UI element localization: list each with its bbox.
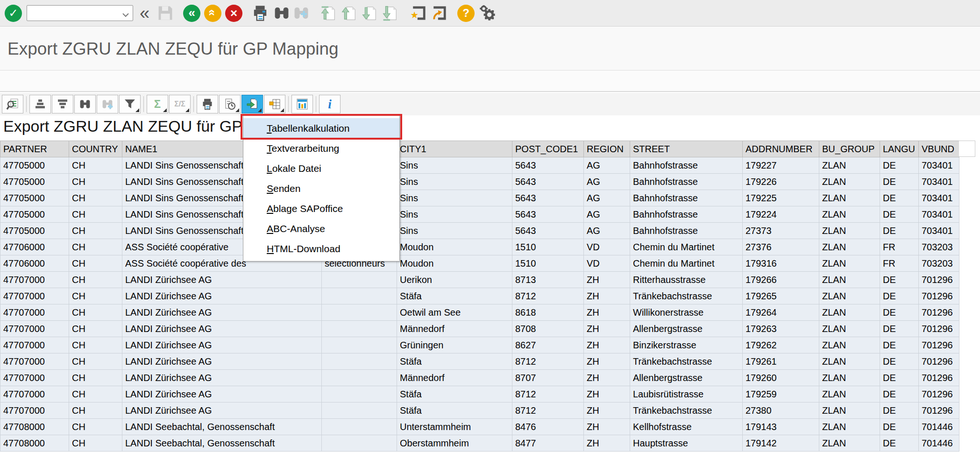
cell[interactable]: ZLAN <box>819 223 880 239</box>
column-header-street[interactable]: STREET <box>630 141 743 157</box>
cell[interactable]: Willikonerstrasse <box>630 304 743 321</box>
cell[interactable]: CH <box>69 288 122 304</box>
cell[interactable]: 47708000 <box>0 435 69 452</box>
cell[interactable]: 8627 <box>512 337 584 353</box>
cell[interactable]: DE <box>880 206 919 223</box>
table-row[interactable]: 47705000CHLANDI Sins GenossenschaftSins5… <box>0 174 959 190</box>
cell[interactable]: Unterstammheim <box>397 419 512 435</box>
details-button[interactable] <box>2 95 23 113</box>
cell[interactable]: FR <box>880 239 919 255</box>
cell[interactable]: 179263 <box>743 321 819 337</box>
cell[interactable]: Männedorf <box>397 370 512 386</box>
cell[interactable]: 27373 <box>743 223 819 239</box>
cell[interactable]: 701296 <box>919 403 959 419</box>
cell[interactable]: Bahnhofstrasse <box>630 174 743 190</box>
cell[interactable] <box>322 403 397 419</box>
cell[interactable]: CH <box>69 255 122 272</box>
table-row[interactable]: 47707000CHLANDI Zürichsee AGStäfa8712ZHL… <box>0 386 959 403</box>
cell[interactable]: Tränkebachstrasse <box>630 403 743 419</box>
table-row[interactable]: 47707000CHLANDI Zürichsee AGStäfa8712ZHT… <box>0 353 959 370</box>
cell[interactable]: ZLAN <box>819 337 880 353</box>
cell[interactable]: 47707000 <box>0 370 69 386</box>
cell[interactable]: DE <box>880 370 919 386</box>
cell[interactable]: LANDI Zürichsee AG <box>122 370 322 386</box>
cell[interactable]: 701296 <box>919 288 959 304</box>
column-header-addrnumber[interactable]: ADDRNUMBER <box>743 141 819 157</box>
cell[interactable]: 47707000 <box>0 272 69 288</box>
cell[interactable]: Tränkebachstrasse <box>630 288 743 304</box>
cell[interactable]: Kellhofstrasse <box>630 419 743 435</box>
menu-item-abc-analyse[interactable]: ABC-Analyse <box>243 219 399 239</box>
cell[interactable]: 5643 <box>512 206 584 223</box>
cell[interactable]: 8618 <box>512 304 584 321</box>
table-row[interactable]: 47707000CHLANDI Zürichsee AGMännedorf870… <box>0 370 959 386</box>
cell[interactable]: 179259 <box>743 386 819 403</box>
cell[interactable]: AG <box>584 174 630 190</box>
cell[interactable]: Stäfa <box>397 353 512 370</box>
cell[interactable]: DE <box>880 403 919 419</box>
cell[interactable]: 47707000 <box>0 403 69 419</box>
cell[interactable]: LANDI Zürichsee AG <box>122 321 322 337</box>
column-header-partner[interactable]: PARTNER <box>0 141 69 157</box>
cell[interactable]: ZLAN <box>819 370 880 386</box>
new-session-button[interactable]: ★ <box>410 5 426 21</box>
cell[interactable]: 27380 <box>743 403 819 419</box>
cell[interactable]: CH <box>69 386 122 403</box>
cell[interactable]: 47707000 <box>0 288 69 304</box>
cell[interactable]: 27376 <box>743 239 819 255</box>
views-button[interactable] <box>219 95 241 113</box>
cell[interactable]: 179266 <box>743 272 819 288</box>
cell[interactable]: Chemin du Martinet <box>630 255 743 272</box>
cell[interactable]: ZLAN <box>819 174 880 190</box>
cell[interactable] <box>322 321 397 337</box>
cell[interactable]: 701446 <box>919 419 959 435</box>
cell[interactable]: 1510 <box>512 255 584 272</box>
cell[interactable]: 703401 <box>919 206 959 223</box>
choose-layout-button[interactable] <box>264 95 285 113</box>
cell[interactable]: 8477 <box>512 435 584 452</box>
column-header-post-code1[interactable]: POST_CODE1 <box>512 141 584 157</box>
cell[interactable]: DE <box>880 386 919 403</box>
cell[interactable]: ZLAN <box>819 435 880 452</box>
cell[interactable]: Stäfa <box>397 386 512 403</box>
cell[interactable]: DE <box>880 321 919 337</box>
cell[interactable] <box>322 370 397 386</box>
cell[interactable]: 703401 <box>919 157 959 174</box>
cell[interactable]: 179260 <box>743 370 819 386</box>
cell[interactable]: ZH <box>584 435 630 452</box>
column-header-region[interactable]: REGION <box>584 141 630 157</box>
table-row[interactable]: 47707000CHLANDI Zürichsee AGOetwil am Se… <box>0 304 959 321</box>
column-header-country[interactable]: COUNTRY <box>69 141 122 157</box>
cell[interactable]: 701296 <box>919 337 959 353</box>
find-button[interactable] <box>74 95 96 113</box>
subtotal-button[interactable]: Σ/Σ <box>169 95 191 113</box>
cell[interactable]: 47707000 <box>0 386 69 403</box>
menu-item-tabellenkalkulation[interactable]: Tabellenkalkulation <box>243 118 399 138</box>
back-button[interactable]: « <box>183 5 200 22</box>
cell[interactable]: 703401 <box>919 174 959 190</box>
cell[interactable] <box>322 386 397 403</box>
cell[interactable]: CH <box>69 337 122 353</box>
cell[interactable] <box>322 288 397 304</box>
previous-page-button[interactable] <box>341 5 357 21</box>
cell[interactable]: 47705000 <box>0 223 69 239</box>
cell[interactable]: DE <box>880 353 919 370</box>
table-row[interactable]: 47706000CHASS Société coopérativeMoudon1… <box>0 239 959 255</box>
column-header-langu[interactable]: LANGU <box>880 141 919 157</box>
export-button[interactable] <box>241 95 263 113</box>
cell[interactable]: LANDI Seebachtal, Genossenschaft <box>122 419 322 435</box>
cell[interactable]: ZH <box>584 353 630 370</box>
cell[interactable]: Bahnhofstrasse <box>630 206 743 223</box>
cell[interactable]: AG <box>584 223 630 239</box>
collapse-commandfield-button[interactable]: « <box>140 6 149 20</box>
cell[interactable]: ZH <box>584 386 630 403</box>
cell[interactable]: 1510 <box>512 239 584 255</box>
cell[interactable]: LANDI Zürichsee AG <box>122 403 322 419</box>
exit-button[interactable]: « <box>204 5 221 22</box>
cancel-button[interactable]: × <box>225 5 242 22</box>
cell[interactable]: CH <box>69 304 122 321</box>
cell[interactable]: ZLAN <box>819 304 880 321</box>
cell[interactable]: CH <box>69 353 122 370</box>
cell[interactable]: CH <box>69 190 122 206</box>
cell[interactable]: 47707000 <box>0 353 69 370</box>
